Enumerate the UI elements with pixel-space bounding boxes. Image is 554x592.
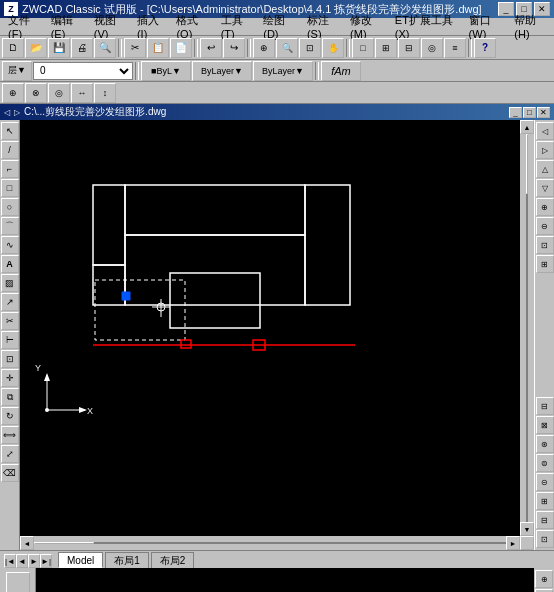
circle-tool[interactable]: ○	[1, 198, 19, 216]
tab-layout1[interactable]: 布局1	[105, 552, 149, 568]
rt-btn-15[interactable]: ⊟	[536, 511, 554, 529]
cmd-history-btn[interactable]: 命令历史	[6, 572, 30, 592]
tb3-btn1[interactable]: ⊕	[2, 83, 24, 103]
menu-help[interactable]: 帮助(H)	[508, 12, 552, 41]
left-panel: 命令历史	[0, 568, 36, 592]
zoom-realtime[interactable]: 🔍	[276, 38, 298, 58]
scroll-up-button[interactable]: ▲	[520, 120, 534, 134]
cut-button[interactable]: ✂	[124, 38, 146, 58]
nav-arrow-right[interactable]: ▷	[14, 108, 20, 117]
help-button[interactable]: ?	[474, 38, 496, 58]
horizontal-scrollbar[interactable]: ◄ ►	[20, 536, 520, 550]
save-button[interactable]: 💾	[48, 38, 70, 58]
inner-minimize[interactable]: _	[509, 107, 522, 118]
scroll-down-button[interactable]: ▼	[520, 522, 534, 536]
arc-tool[interactable]: ⌒	[1, 217, 19, 235]
tab-nav-prev[interactable]: ◄	[16, 554, 28, 568]
rt-btn-14[interactable]: ⊞	[536, 492, 554, 510]
open-button[interactable]: 📂	[25, 38, 47, 58]
rt-btn-12[interactable]: ⊜	[536, 454, 554, 472]
copy-tool2[interactable]: ⧉	[1, 388, 19, 406]
tab-nav-next[interactable]: ►	[28, 554, 40, 568]
copy-button[interactable]: 📋	[147, 38, 169, 58]
scroll-track-v[interactable]	[526, 134, 528, 522]
scale-tool[interactable]: ⤢	[1, 445, 19, 463]
lineweight-button[interactable]: ≡	[444, 38, 466, 58]
undo-button[interactable]: ↩	[200, 38, 222, 58]
scroll-track-h[interactable]	[34, 542, 506, 544]
svg-rect-4	[170, 273, 260, 328]
rt-btn-13[interactable]: ⊝	[536, 473, 554, 491]
mirror-tool[interactable]: ⟺	[1, 426, 19, 444]
rt-btn-10[interactable]: ⊠	[536, 416, 554, 434]
tab-model[interactable]: Model	[58, 552, 103, 568]
color-btn[interactable]: ■ByL▼	[141, 61, 191, 81]
polyline-tool[interactable]: ⌐	[1, 160, 19, 178]
scroll-left-button[interactable]: ◄	[20, 536, 34, 550]
toolbar-sep-3	[247, 39, 251, 57]
svg-rect-10	[122, 292, 130, 300]
zoom-all[interactable]: ⊡	[299, 38, 321, 58]
insert-tool[interactable]: ↗	[1, 293, 19, 311]
redo-button[interactable]: ↪	[223, 38, 245, 58]
grid-button[interactable]: ⊞	[375, 38, 397, 58]
scroll-thumb-h[interactable]	[34, 542, 94, 544]
offset-tool[interactable]: ⊡	[1, 350, 19, 368]
linetype-btn[interactable]: ByLayer▼	[192, 61, 252, 81]
inner-maximize[interactable]: □	[523, 107, 536, 118]
object-snap[interactable]: ◎	[421, 38, 443, 58]
pan-button[interactable]: ✋	[322, 38, 344, 58]
preview-button[interactable]: 🔍	[94, 38, 116, 58]
scroll-right-button[interactable]: ►	[506, 536, 520, 550]
hatch-tool[interactable]: ▨	[1, 274, 19, 292]
move-tool[interactable]: ✛	[1, 369, 19, 387]
paste-button[interactable]: 📄	[170, 38, 192, 58]
select-tool[interactable]: ↖	[1, 122, 19, 140]
tb3-btn5[interactable]: ↕	[94, 83, 116, 103]
tab-nav: |◄ ◄ ► ►|	[4, 554, 52, 568]
rt-btn-5[interactable]: ⊕	[536, 198, 554, 216]
tab-layout2[interactable]: 布局2	[151, 552, 195, 568]
tb3-btn3[interactable]: ◎	[48, 83, 70, 103]
br-btn-1[interactable]: ⊕	[535, 570, 553, 588]
tb3-btn4[interactable]: ↔	[71, 83, 93, 103]
rotate-tool[interactable]: ↻	[1, 407, 19, 425]
svg-marker-18	[79, 407, 87, 413]
snap-button[interactable]: □	[352, 38, 374, 58]
erase-tool[interactable]: ⌫	[1, 464, 19, 482]
drawing-viewport[interactable]: Y X ▲ ▼ ◄	[20, 120, 534, 550]
rt-btn-11[interactable]: ⊛	[536, 435, 554, 453]
lineweight-btn[interactable]: ByLayer▼	[253, 61, 313, 81]
tab-nav-last[interactable]: ►|	[40, 554, 52, 568]
ortho-button[interactable]: ⊟	[398, 38, 420, 58]
command-history-area[interactable]	[36, 568, 534, 592]
bottom-right-tools: ⊕ ⊖ ⊡ ⊞ ⊟ ⊠ ⊛	[534, 568, 554, 592]
line-tool[interactable]: /	[1, 141, 19, 159]
fam-label-btn: fAm	[321, 61, 361, 81]
text-tool[interactable]: A	[1, 255, 19, 273]
vertical-scrollbar[interactable]: ▲ ▼	[520, 120, 534, 536]
rt-btn-1[interactable]: ◁	[536, 122, 554, 140]
rect-tool[interactable]: □	[1, 179, 19, 197]
tab-nav-first[interactable]: |◄	[4, 554, 16, 568]
nav-arrow-left[interactable]: ◁	[4, 108, 10, 117]
scroll-thumb-v[interactable]	[526, 134, 528, 194]
rt-btn-2[interactable]: ▷	[536, 141, 554, 159]
zoom-window[interactable]: ⊕	[253, 38, 275, 58]
new-button[interactable]: 🗋	[2, 38, 24, 58]
rt-btn-4[interactable]: ▽	[536, 179, 554, 197]
rt-btn-16[interactable]: ⊡	[536, 530, 554, 548]
print-button[interactable]: 🖨	[71, 38, 93, 58]
trim-tool[interactable]: ✂	[1, 312, 19, 330]
rt-btn-3[interactable]: △	[536, 160, 554, 178]
extend-tool[interactable]: ⊢	[1, 331, 19, 349]
tb3-btn2[interactable]: ⊗	[25, 83, 47, 103]
rt-btn-6[interactable]: ⊖	[536, 217, 554, 235]
layer-select[interactable]: 0	[33, 62, 133, 80]
layer-manager[interactable]: 层▼	[2, 61, 32, 81]
rt-btn-9[interactable]: ⊟	[536, 397, 554, 415]
inner-close[interactable]: ✕	[537, 107, 550, 118]
spline-tool[interactable]: ∿	[1, 236, 19, 254]
rt-btn-8[interactable]: ⊞	[536, 255, 554, 273]
rt-btn-7[interactable]: ⊡	[536, 236, 554, 254]
